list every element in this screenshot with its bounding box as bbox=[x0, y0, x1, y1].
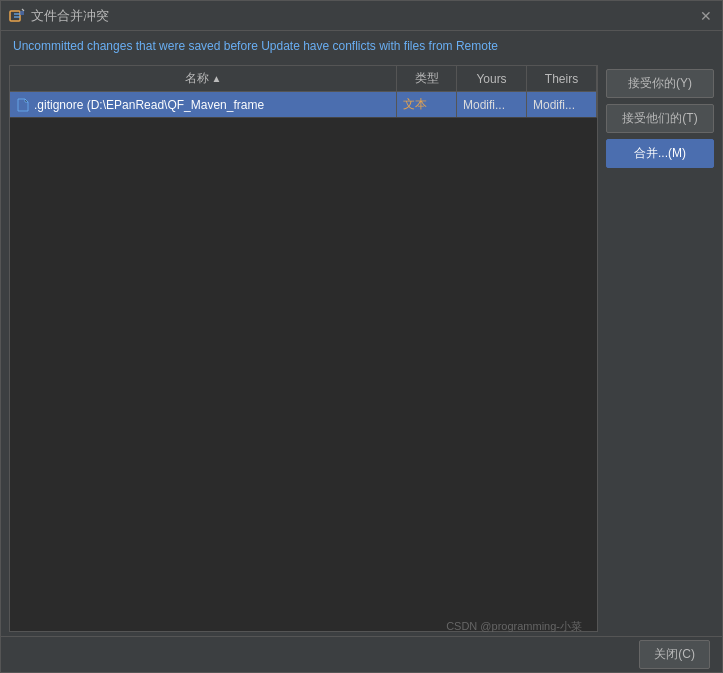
close-button[interactable]: 关闭(C) bbox=[639, 640, 710, 669]
bottom-bar: CSDN @programming-小菜 关闭(C) bbox=[1, 636, 722, 672]
watermark: CSDN @programming-小菜 bbox=[446, 619, 582, 634]
accept-theirs-button[interactable]: 接受他们的(T) bbox=[606, 104, 714, 133]
conflict-table: 名称 ▲ 类型 Yours Theirs bbox=[9, 65, 598, 632]
col-header-name[interactable]: 名称 ▲ bbox=[10, 66, 397, 91]
cell-yours: Modifi... bbox=[457, 92, 527, 117]
col-header-yours[interactable]: Yours bbox=[457, 66, 527, 91]
svg-marker-6 bbox=[25, 99, 28, 102]
window-title: 文件合并冲突 bbox=[31, 7, 698, 25]
col-header-theirs[interactable]: Theirs bbox=[527, 66, 597, 91]
git-file-icon bbox=[16, 98, 30, 112]
content-area: 名称 ▲ 类型 Yours Theirs bbox=[1, 61, 722, 636]
cell-theirs: Modifi... bbox=[527, 92, 597, 117]
svg-line-3 bbox=[22, 9, 24, 11]
table-body: .gitignore (D:\EPanRead\QF_Maven_frame 文… bbox=[10, 92, 597, 631]
accept-yours-button[interactable]: 接受你的(Y) bbox=[606, 69, 714, 98]
merge-button[interactable]: 合并...(M) bbox=[606, 139, 714, 168]
cell-type: 文本 bbox=[397, 92, 457, 117]
svg-rect-4 bbox=[20, 11, 24, 15]
table-header: 名称 ▲ 类型 Yours Theirs bbox=[10, 66, 597, 92]
sort-indicator: ▲ bbox=[212, 73, 222, 84]
window-icon bbox=[9, 8, 25, 24]
info-message: Uncommitted changes that were saved befo… bbox=[1, 31, 722, 61]
svg-rect-0 bbox=[10, 11, 20, 21]
cell-filename: .gitignore (D:\EPanRead\QF_Maven_frame bbox=[10, 92, 397, 117]
main-window: 文件合并冲突 ✕ Uncommitted changes that were s… bbox=[0, 0, 723, 673]
actions-section: 接受你的(Y) 接受他们的(T) 合并...(M) bbox=[602, 61, 722, 636]
col-header-type[interactable]: 类型 bbox=[397, 66, 457, 91]
titlebar: 文件合并冲突 ✕ bbox=[1, 1, 722, 31]
table-row[interactable]: .gitignore (D:\EPanRead\QF_Maven_frame 文… bbox=[10, 92, 597, 118]
window-close-button[interactable]: ✕ bbox=[698, 8, 714, 24]
